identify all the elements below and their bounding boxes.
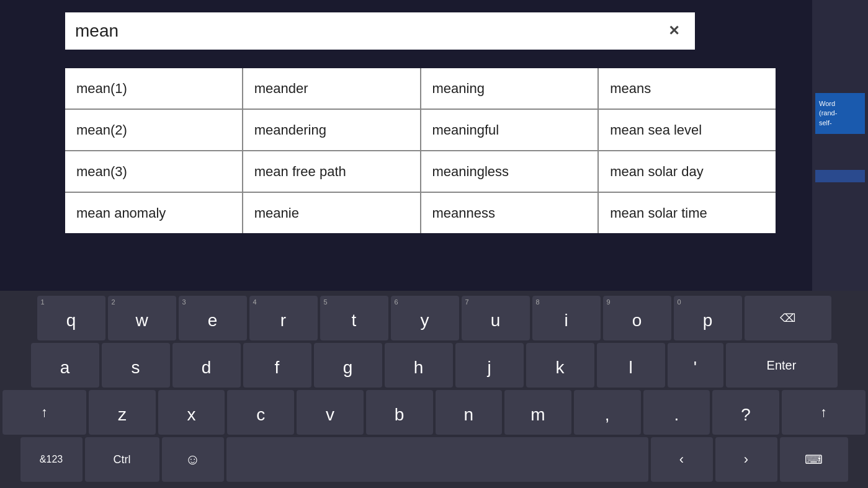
key-t[interactable]: 5t xyxy=(320,296,388,340)
key-g[interactable]: g xyxy=(314,343,382,388)
keyboard-row-3: ↑ z x c v b n m , . ? ↑ xyxy=(2,390,866,435)
suggestion-item[interactable]: means xyxy=(599,68,776,109)
clear-button[interactable]: ✕ xyxy=(663,20,685,42)
key-z[interactable]: z xyxy=(89,390,156,435)
suggestions-grid: mean(1)meandermeaningmeansmean(2)meander… xyxy=(65,68,776,233)
suggestion-item[interactable]: mean sea level xyxy=(599,110,776,150)
key-period[interactable]: . xyxy=(643,390,710,435)
key-question[interactable]: ? xyxy=(712,390,779,435)
key-f[interactable]: f xyxy=(243,343,311,388)
suggestion-item[interactable]: mean(1) xyxy=(65,68,242,109)
keyboard: 1q 2w 3e 4r 5t 6y 7u 8i 9o 0p ⌫ a s d f … xyxy=(0,291,868,488)
key-b[interactable]: b xyxy=(366,390,433,435)
key-arrow-left[interactable]: ‹ xyxy=(651,437,713,482)
suggestion-item[interactable]: meandering xyxy=(243,110,420,150)
key-w[interactable]: 2w xyxy=(108,296,176,340)
key-q[interactable]: 1q xyxy=(37,296,105,340)
suggestion-item[interactable]: meaning xyxy=(421,68,598,109)
search-bar: ✕ xyxy=(65,12,695,50)
key-i[interactable]: 8i xyxy=(532,296,601,340)
suggestion-item[interactable]: mean anomaly xyxy=(65,193,242,233)
key-r[interactable]: 4r xyxy=(249,296,318,340)
key-e[interactable]: 3e xyxy=(179,296,247,340)
key-comma[interactable]: , xyxy=(574,390,641,435)
key-y[interactable]: 6y xyxy=(391,296,459,340)
sidebar-card-about[interactable] xyxy=(815,170,865,182)
key-h[interactable]: h xyxy=(385,343,453,388)
keyboard-row-2: a s d f g h j k l ' Enter xyxy=(2,343,866,388)
key-backspace[interactable]: ⌫ xyxy=(745,296,831,340)
suggestion-item[interactable]: mean free path xyxy=(243,151,420,192)
sidebar-card-word[interactable]: Word(rand-self- xyxy=(815,93,865,134)
suggestion-item[interactable]: mean(2) xyxy=(65,110,242,150)
key-m[interactable]: m xyxy=(504,390,571,435)
suggestion-item[interactable]: mean(3) xyxy=(65,151,242,192)
suggestion-item[interactable]: meaningless xyxy=(421,151,598,192)
suggestion-item[interactable]: mean solar time xyxy=(599,193,776,233)
keyboard-row-1: 1q 2w 3e 4r 5t 6y 7u 8i 9o 0p ⌫ xyxy=(2,296,866,340)
suggestion-item[interactable]: mean solar day xyxy=(599,151,776,192)
key-ctrl[interactable]: Ctrl xyxy=(85,437,159,482)
key-shift-left[interactable]: ↑ xyxy=(2,390,86,435)
key-c[interactable]: c xyxy=(227,390,294,435)
suggestion-item[interactable]: meaningful xyxy=(421,110,598,150)
key-v[interactable]: v xyxy=(297,390,364,435)
key-d[interactable]: d xyxy=(172,343,241,388)
key-j[interactable]: j xyxy=(455,343,524,388)
key-arrow-right[interactable]: › xyxy=(715,437,777,482)
key-l[interactable]: l xyxy=(597,343,665,388)
key-enter[interactable]: Enter xyxy=(726,343,838,388)
search-container: ✕ xyxy=(65,12,695,50)
key-n[interactable]: n xyxy=(436,390,503,435)
key-p[interactable]: 0p xyxy=(674,296,742,340)
key-a[interactable]: a xyxy=(31,343,99,388)
key-numbers[interactable]: &123 xyxy=(20,437,83,482)
sidebar-word-text: Word(rand-self- xyxy=(819,100,837,126)
key-emoji[interactable]: ☺ xyxy=(162,437,224,482)
key-s[interactable]: s xyxy=(102,343,170,388)
key-x[interactable]: x xyxy=(158,390,225,435)
suggestion-item[interactable]: meanie xyxy=(243,193,420,233)
suggestion-item[interactable]: meanness xyxy=(421,193,598,233)
key-apostrophe[interactable]: ' xyxy=(668,343,723,388)
search-input[interactable] xyxy=(75,21,663,41)
key-shift-right[interactable]: ↑ xyxy=(782,390,866,435)
suggestion-item[interactable]: meander xyxy=(243,68,420,109)
key-o[interactable]: 9o xyxy=(603,296,671,340)
key-k[interactable]: k xyxy=(526,343,594,388)
key-u[interactable]: 7u xyxy=(462,296,530,340)
keyboard-row-4: &123 Ctrl ☺ ‹ › ⌨ xyxy=(2,437,866,482)
key-keyboard-toggle[interactable]: ⌨ xyxy=(780,437,848,482)
key-space[interactable] xyxy=(226,437,648,482)
